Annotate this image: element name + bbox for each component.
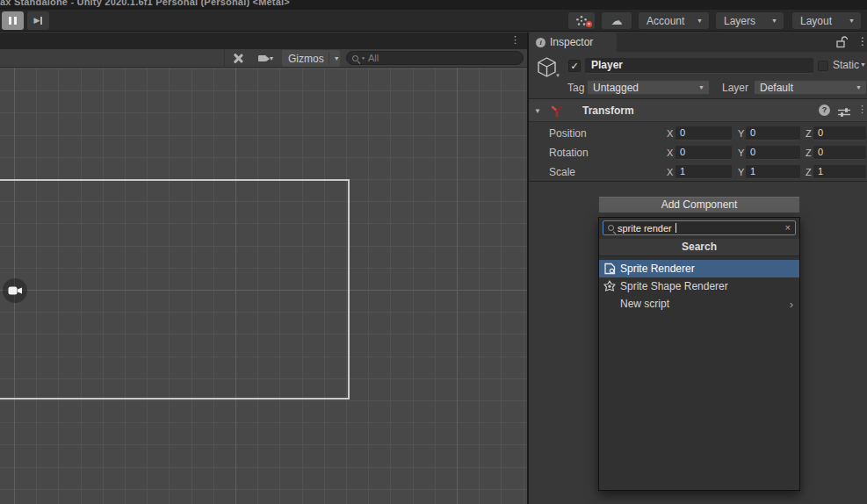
cloud-button[interactable]: ☁ xyxy=(602,12,632,29)
search-section-header: Search xyxy=(599,239,799,256)
tag-value: Untagged xyxy=(593,82,639,94)
tag-label: Tag xyxy=(567,82,584,94)
chevron-down-icon: ▼ xyxy=(856,84,862,90)
window-title: ax Standalone - Unity 2020.1.6f1 Persona… xyxy=(0,0,290,7)
transform-position-row: Position X 0 Y 0 Z 0 xyxy=(529,126,867,141)
gameobject-name-field[interactable]: Player xyxy=(585,58,813,74)
scale-y-field[interactable]: 1 xyxy=(746,165,800,179)
scene-toolbar: ▼ Gizmos ▼ ▼ All xyxy=(0,49,527,68)
scale-z-field[interactable]: 1 xyxy=(813,165,866,179)
static-checkbox[interactable] xyxy=(818,61,828,71)
rotation-label: Rotation xyxy=(549,147,589,159)
scene-tools-button[interactable] xyxy=(227,50,249,67)
search-filter-caret-icon: ▼ xyxy=(361,55,365,61)
component-item-sprite-renderer[interactable]: Sprite Renderer xyxy=(599,260,799,277)
scene-camera-button[interactable]: ▼ xyxy=(253,50,279,67)
collab-button[interactable]: × xyxy=(568,12,595,29)
gizmos-label: Gizmos xyxy=(288,53,324,65)
inspector-panel: i Inspector ⋮ ▼ ✓ Player Stat xyxy=(529,32,867,504)
gizmos-dropdown[interactable]: Gizmos ▼ xyxy=(282,50,340,67)
rotation-y-field[interactable]: 0 xyxy=(746,146,800,160)
scene-viewport[interactable] xyxy=(0,68,527,504)
component-menu-kebab-icon[interactable]: ⋮ xyxy=(857,104,867,115)
component-item-new-script[interactable]: New script › xyxy=(599,295,799,313)
chevron-down-icon: ▼ xyxy=(269,55,275,61)
camera-icon xyxy=(258,55,266,61)
info-icon: i xyxy=(536,38,545,47)
x-axis-label: X xyxy=(667,167,673,177)
window-title-bar: ax Standalone - Unity 2020.1.6f1 Persona… xyxy=(0,0,867,10)
layer-dropdown[interactable]: Default ▼ xyxy=(754,80,867,95)
z-axis-label: Z xyxy=(806,128,812,139)
layer-label: Layer xyxy=(722,82,748,94)
sprite-renderer-icon xyxy=(603,263,616,275)
component-item-label: Sprite Renderer xyxy=(620,263,695,275)
scale-label: Scale xyxy=(549,166,575,178)
y-axis-label: Y xyxy=(738,128,744,139)
tag-dropdown[interactable]: Untagged ▼ xyxy=(587,80,710,95)
camera-gizmo-icon xyxy=(8,285,23,296)
transform-rotation-row: Rotation X 0 Y 0 Z 0 xyxy=(529,145,867,161)
position-y-field[interactable]: 0 xyxy=(746,126,800,140)
foldout-caret-icon[interactable]: ▼ xyxy=(534,107,541,115)
inspector-tab-label: Inspector xyxy=(550,36,593,48)
component-item-sprite-shape-renderer[interactable]: Sprite Shape Renderer xyxy=(599,277,799,295)
collab-error-badge: × xyxy=(586,21,592,27)
camera-bounds-gizmo xyxy=(0,179,350,400)
transform-scale-row: Scale X 1 Y 1 Z 1 xyxy=(529,164,867,180)
gameobject-icon-caret[interactable]: ▼ xyxy=(555,73,560,78)
x-axis-label: X xyxy=(667,148,673,158)
chevron-down-icon: ▼ xyxy=(849,18,855,24)
gameobject-active-checkbox[interactable]: ✓ xyxy=(568,60,581,72)
clear-search-icon[interactable]: × xyxy=(785,223,791,233)
presets-icon[interactable] xyxy=(838,105,850,121)
main-toolbar: ▶ × ☁ Account ▼ Layers ▼ Layout ▼ xyxy=(0,10,867,32)
pause-icon xyxy=(9,17,11,25)
step-button[interactable]: ▶ xyxy=(27,11,49,30)
position-label: Position xyxy=(549,127,587,140)
x-axis-label: X xyxy=(667,128,673,139)
z-axis-label: Z xyxy=(806,167,812,177)
step-icon: ▶ xyxy=(34,17,40,25)
transform-component-header[interactable]: ▼ Transform ? xyxy=(529,99,867,122)
add-component-popup: sprite render × Search Sprite Renderer S… xyxy=(598,217,800,491)
layers-dropdown[interactable]: Layers ▼ xyxy=(716,12,784,29)
inspector-tab-bar: i Inspector ⋮ xyxy=(529,32,867,52)
scene-menu-kebab-icon[interactable]: ⋮ xyxy=(510,34,520,46)
component-item-label: New script xyxy=(620,298,669,310)
scene-search-placeholder: All xyxy=(368,53,379,63)
position-z-field[interactable]: 0 xyxy=(813,126,866,140)
component-search-input[interactable]: sprite render × xyxy=(603,220,796,235)
static-label: Static xyxy=(833,59,859,71)
camera-gizmo[interactable] xyxy=(3,278,27,303)
position-x-field[interactable]: 0 xyxy=(676,126,732,140)
account-dropdown[interactable]: Account ▼ xyxy=(639,12,709,29)
inspector-menu-kebab-icon[interactable]: ⋮ xyxy=(857,35,867,47)
pause-button[interactable] xyxy=(2,11,24,30)
cloud-icon: ☁ xyxy=(611,15,623,26)
chevron-down-icon: ▼ xyxy=(771,18,777,24)
rotation-z-field[interactable]: 0 xyxy=(813,146,866,160)
scene-search-input[interactable]: ▼ All xyxy=(346,51,524,65)
rotation-x-field[interactable]: 0 xyxy=(676,146,732,160)
tools-icon xyxy=(233,53,244,64)
chevron-down-icon: ▼ xyxy=(698,84,704,90)
unity-editor-window: ax Standalone - Unity 2020.1.6f1 Persona… xyxy=(0,0,867,504)
grid-major-line xyxy=(457,68,458,504)
static-dropdown-caret[interactable]: ▼ xyxy=(860,61,866,68)
lock-icon[interactable] xyxy=(836,36,848,52)
layout-dropdown[interactable]: Layout ▼ xyxy=(792,12,861,29)
scene-view-panel: ⋮ ▼ Gizmos ▼ ▼ All xyxy=(0,32,527,504)
component-item-label: Sprite Shape Renderer xyxy=(620,280,728,292)
layout-label: Layout xyxy=(800,15,832,27)
transform-icon xyxy=(550,104,564,121)
account-label: Account xyxy=(647,15,684,27)
tab-inspector[interactable]: i Inspector xyxy=(529,32,617,52)
search-icon xyxy=(352,55,358,61)
scene-tab-strip: ⋮ xyxy=(0,32,527,49)
y-axis-label: Y xyxy=(738,148,744,158)
scale-x-field[interactable]: 1 xyxy=(676,165,732,179)
help-icon[interactable]: ? xyxy=(819,104,830,116)
y-axis-label: Y xyxy=(738,167,744,177)
add-component-button[interactable]: Add Component xyxy=(598,197,800,213)
